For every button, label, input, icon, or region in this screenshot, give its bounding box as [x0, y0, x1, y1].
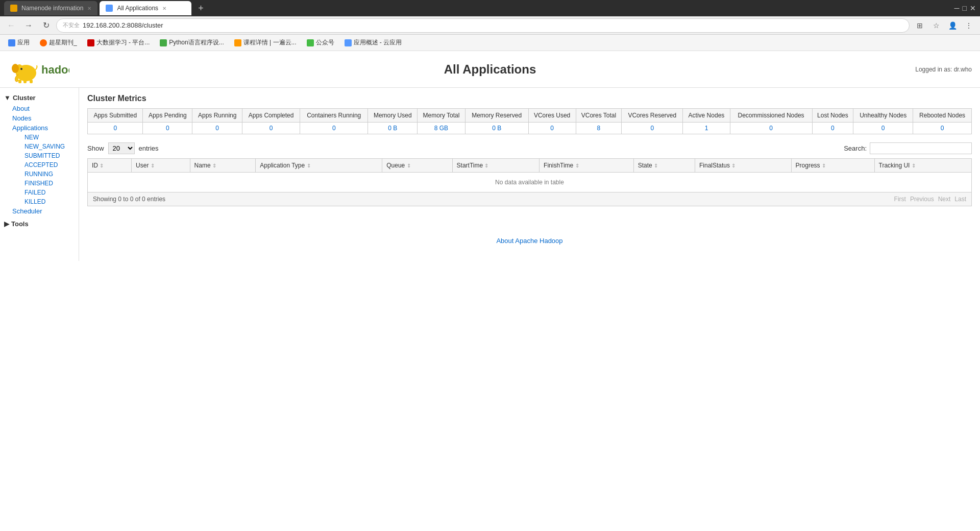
- about-hadoop-link[interactable]: About Apache Hadoop: [496, 237, 562, 245]
- translate-button[interactable]: ⊞: [913, 18, 927, 33]
- apps-column-header[interactable]: FinishTime ⇕: [540, 159, 634, 173]
- refresh-button[interactable]: ↻: [39, 18, 53, 33]
- maximize-button[interactable]: □: [963, 4, 967, 12]
- bookmark-favicon-wechat: [307, 39, 314, 46]
- metrics-header-cell: Memory Used: [368, 109, 418, 123]
- tab-close-allapps[interactable]: ✕: [162, 6, 166, 11]
- sort-icon: ⇕: [731, 163, 736, 168]
- close-browser-button[interactable]: ✕: [970, 4, 976, 12]
- apps-column-header[interactable]: Tracking UI ⇕: [874, 159, 972, 173]
- sidebar-link-scheduler[interactable]: Scheduler: [4, 206, 79, 216]
- sidebar-link-about[interactable]: About: [4, 104, 79, 113]
- sidebar-link-applications[interactable]: Applications: [4, 123, 79, 133]
- metrics-header-cell: VCores Reserved: [622, 109, 683, 123]
- minimize-button[interactable]: ─: [954, 4, 960, 12]
- bookmark-superstar[interactable]: 超星期刊_: [36, 36, 81, 49]
- apps-column-header[interactable]: StartTime ⇕: [452, 159, 539, 173]
- bookmark-wechat[interactable]: 公众号: [303, 36, 338, 49]
- sidebar-link-killed[interactable]: KILLED: [8, 197, 79, 206]
- forward-button[interactable]: →: [21, 18, 36, 33]
- metrics-header-cell: Active Nodes: [683, 109, 730, 123]
- metrics-header-cell: Memory Reserved: [465, 109, 528, 123]
- metrics-header-cell: Rebooted Nodes: [913, 109, 972, 123]
- page-footer: About Apache Hadoop: [87, 227, 972, 255]
- previous-page-button[interactable]: Previous: [910, 196, 934, 203]
- apps-column-header[interactable]: Name ⇕: [190, 159, 256, 173]
- apps-column-header[interactable]: FinalStatus ⇕: [695, 159, 792, 173]
- sidebar-link-failed[interactable]: FAILED: [8, 188, 79, 197]
- browser-chrome: Namenode information ✕ All Applications …: [0, 0, 980, 51]
- hadoop-logo-svg: hadoop: [8, 55, 69, 83]
- apps-column-header[interactable]: Progress ⇕: [791, 159, 874, 173]
- bookmark-apps[interactable]: 应用: [4, 36, 34, 49]
- bookmark-course[interactable]: 课程详情 | 一遍云...: [230, 36, 301, 49]
- browser-toolbar: ← → ↻ 不安全 192.168.200.2:8088/cluster ⊞ ☆…: [0, 16, 980, 35]
- apps-column-header[interactable]: State ⇕: [633, 159, 695, 173]
- sidebar-link-new[interactable]: NEW: [8, 133, 79, 142]
- first-page-button[interactable]: First: [894, 196, 906, 203]
- bookmark-bigdata[interactable]: 大数据学习 - 平台...: [83, 36, 154, 49]
- metrics-value-cell: 0: [812, 123, 853, 134]
- bookmark-button[interactable]: ☆: [929, 18, 943, 33]
- address-bar[interactable]: 不安全 192.168.200.2:8088/cluster: [56, 18, 910, 33]
- profile-button[interactable]: 👤: [945, 18, 960, 33]
- sort-icon: ⇕: [822, 163, 826, 168]
- sidebar-link-submitted[interactable]: SUBMITTED: [8, 151, 79, 160]
- bookmark-label-superstar: 超星期刊_: [49, 38, 77, 47]
- menu-button[interactable]: ⋮: [962, 18, 976, 33]
- sidebar-cluster-links: About Nodes Applications NEW NEW_SAVING …: [0, 104, 79, 216]
- bookmark-cloudapp[interactable]: 应用概述 - 云应用: [340, 36, 406, 49]
- svg-point-2: [12, 64, 19, 73]
- sort-icon: ⇕: [575, 163, 579, 168]
- bookmark-favicon-superstar: [40, 39, 47, 46]
- sidebar-link-nodes[interactable]: Nodes: [4, 113, 79, 123]
- bookmarks-bar: 应用 超星期刊_ 大数据学习 - 平台... Python语言程序设... 课程…: [0, 35, 980, 51]
- metrics-header-cell: Containers Running: [300, 109, 368, 123]
- last-page-button[interactable]: Last: [954, 196, 966, 203]
- bookmark-favicon-cloudapp: [345, 39, 352, 46]
- apps-column-header[interactable]: User ⇕: [132, 159, 190, 173]
- search-label: Search:: [844, 144, 867, 152]
- no-data-row: No data available in table: [88, 173, 972, 192]
- sort-icon: ⇕: [912, 163, 916, 168]
- sort-icon: ⇕: [484, 163, 488, 168]
- apps-column-header[interactable]: Queue ⇕: [382, 159, 452, 173]
- bookmark-favicon-apps: [8, 39, 15, 46]
- metrics-value-cell: 1: [683, 123, 730, 134]
- apps-column-header[interactable]: Application Type ⇕: [256, 159, 382, 173]
- tab-favicon-namenode: [10, 5, 17, 12]
- sidebar-link-accepted[interactable]: ACCEPTED: [8, 160, 79, 170]
- sidebar-link-running[interactable]: RUNNING: [8, 170, 79, 179]
- bookmark-favicon-python: [160, 39, 167, 46]
- tab-label-namenode: Namenode information: [21, 5, 83, 12]
- back-button[interactable]: ←: [4, 18, 18, 33]
- new-tab-button[interactable]: +: [193, 1, 208, 15]
- search-input[interactable]: [870, 142, 972, 154]
- metrics-value-cell: 0: [192, 123, 242, 134]
- browser-tab-namenode[interactable]: Namenode information ✕: [4, 1, 97, 15]
- browser-tab-allapps[interactable]: All Applications ✕: [100, 1, 191, 15]
- sidebar-tools-section: ▶ Tools: [0, 218, 79, 230]
- sort-icon: ⇕: [212, 163, 216, 168]
- sidebar-link-new-saving[interactable]: NEW_SAVING: [8, 142, 79, 151]
- sidebar-cluster-header[interactable]: ▼ Cluster: [0, 92, 79, 104]
- bookmark-label-bigdata: 大数据学习 - 平台...: [96, 38, 150, 47]
- metrics-header-cell: VCores Used: [528, 109, 576, 123]
- apps-column-header[interactable]: ID ⇕: [88, 159, 132, 173]
- bookmark-label-cloudapp: 应用概述 - 云应用: [354, 38, 402, 47]
- metrics-value-cell: 0 B: [368, 123, 418, 134]
- tab-favicon-allapps: [106, 5, 113, 12]
- bookmark-favicon-bigdata: [87, 39, 94, 46]
- metrics-header-cell: VCores Total: [576, 109, 622, 123]
- tab-label-allapps: All Applications: [117, 5, 158, 12]
- sidebar-tools-label: Tools: [11, 220, 29, 228]
- applications-table: ID ⇕User ⇕Name ⇕Application Type ⇕Queue …: [87, 158, 972, 192]
- sidebar-tools-header[interactable]: ▶ Tools: [0, 218, 79, 230]
- metrics-values-row: 000000 B8 GB0 B08010000: [88, 123, 972, 134]
- show-entries-select[interactable]: 102050100: [108, 142, 135, 154]
- tab-close-namenode[interactable]: ✕: [87, 6, 91, 11]
- next-page-button[interactable]: Next: [938, 196, 951, 203]
- sidebar-link-finished[interactable]: FINISHED: [8, 179, 79, 188]
- bookmark-python[interactable]: Python语言程序设...: [156, 36, 228, 49]
- tools-arrow-icon: ▶: [4, 220, 9, 228]
